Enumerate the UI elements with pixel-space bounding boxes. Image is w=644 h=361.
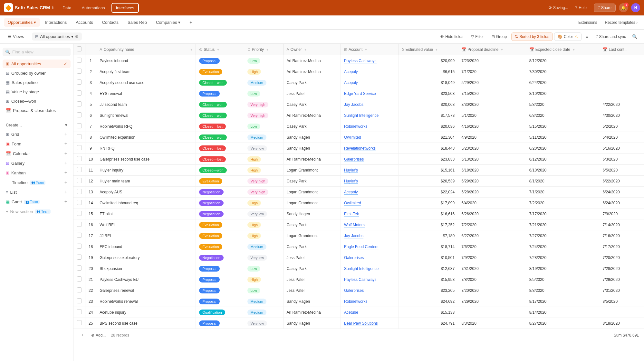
priority-cell[interactable]: Medium [244,77,283,88]
priority-cell[interactable]: Low [244,55,283,66]
status-cell[interactable]: Qualification [196,307,244,318]
account-link[interactable]: Elek-Tek [344,212,359,217]
row-checkbox-cell[interactable] [73,307,85,318]
opportunity-name-cell[interactable]: Payless Cashways EU [96,274,196,285]
nav-interfaces[interactable]: Interfaces [111,3,139,13]
all-opportunities-button[interactable]: ⊞ All opportunities ▾ ⚙ [32,32,82,41]
status-cell[interactable]: Proposal [196,274,244,285]
status-cell[interactable]: Proposal [196,55,244,66]
opportunity-name-cell[interactable]: Robinetworks renewal [96,296,196,307]
views-button[interactable]: ☰ Views [5,32,26,41]
add-row-button[interactable]: + [79,332,86,339]
row-checkbox[interactable] [77,298,82,303]
status-cell[interactable]: Closed—lost [196,121,244,132]
row-checkbox-cell[interactable] [73,219,85,230]
opportunity-name-cell[interactable]: Wolf RFI [96,219,196,230]
extensions-button[interactable]: Extensions [576,19,600,26]
opportunity-name-cell[interactable]: Payless inbound [96,55,196,66]
priority-cell[interactable]: High [244,274,283,285]
col-last-contact[interactable]: 📅 Last cont... [599,44,644,55]
account-cell[interactable]: Huyler's [341,176,399,187]
create-gantt[interactable]: ▦ Gantt 👥 Team + [3,197,71,207]
opportunity-name-cell[interactable]: EYS renewal [96,88,196,99]
priority-cell[interactable]: Very low [244,208,283,219]
nav-contacts[interactable]: Contacts [98,18,122,27]
account-cell[interactable]: Sunlight Intelligence [341,263,399,274]
color-button[interactable]: 🎨 Color ⚠ [554,32,582,41]
status-cell[interactable]: Negotiation [196,208,244,219]
row-checkbox-cell[interactable] [73,66,85,77]
account-cell[interactable]: Edge Yard Service [341,88,399,99]
account-cell[interactable]: Galerprises [341,154,399,165]
nav-add-tab[interactable]: + [186,18,196,27]
account-cell[interactable]: Robinetworks [341,121,399,132]
filter-button[interactable]: ▽ Filter [468,33,487,41]
account-cell[interactable]: Revelationetworks [341,143,399,154]
col-owner[interactable]: A Owner ▾ [283,44,341,55]
sidebar-item-value-by-stage[interactable]: ▤ Value by stage [3,88,71,96]
row-checkbox-cell[interactable] [73,285,85,296]
view-search[interactable]: 🔍 Find a view [3,48,71,56]
create-header[interactable]: Create... ▾ [3,121,71,129]
row-checkbox-cell[interactable] [73,143,85,154]
col-expected-close-date[interactable]: 📅 Expected close date ▾ [526,44,599,55]
status-cell[interactable]: Closed—won [196,132,244,143]
status-cell[interactable]: Evaluation [196,219,244,230]
sort-button[interactable]: ⇅ Sorted by 3 fields [511,32,553,41]
account-cell[interactable]: Elek-Tek [341,208,399,219]
nav-opportunities[interactable]: Opportunities ▾ [4,18,40,27]
row-checkbox[interactable] [77,189,82,194]
priority-cell[interactable]: Low [244,121,283,132]
status-cell[interactable]: Evaluation [196,241,244,252]
row-checkbox[interactable] [77,134,82,139]
sidebar-item-grouped-by-owner[interactable]: ⊟ Grouped by owner [3,69,71,78]
priority-cell[interactable]: Very high [244,187,283,198]
account-link[interactable]: Acepoly [344,190,358,195]
priority-cell[interactable]: Very high [244,176,283,187]
account-link[interactable]: Robinetworks [344,124,368,129]
row-checkbox-cell[interactable] [73,176,85,187]
status-cell[interactable]: Evaluation [196,176,244,187]
row-checkbox[interactable] [77,69,82,74]
col-status[interactable]: ⊙ Status ▾ [196,44,244,55]
opportunity-name-cell[interactable]: Owlimited expansion [96,132,196,143]
row-checkbox-cell[interactable] [73,55,85,66]
sidebar-item-sales-pipeline[interactable]: ▦ Sales pipeline [3,78,71,87]
row-checkbox-cell[interactable] [73,154,85,165]
account-cell[interactable]: Robinetworks [341,296,399,307]
priority-cell[interactable]: Medium [244,241,283,252]
status-cell[interactable]: Negotiation [196,252,244,263]
status-cell[interactable]: Closed—won [196,110,244,121]
opportunity-name-cell[interactable]: Acetube inquiry [96,307,196,318]
status-cell[interactable]: Proposal [196,88,244,99]
row-checkbox[interactable] [77,112,82,117]
row-checkbox[interactable] [77,145,82,150]
account-link[interactable]: Acepoly [344,69,358,74]
status-cell[interactable]: Proposal [196,263,244,274]
account-link[interactable]: Acepoly [344,80,358,85]
row-checkbox-cell[interactable] [73,77,85,88]
app-logo[interactable]: 🔶 Softr Sales CRM ℹ [4,3,53,12]
row-checkbox-cell[interactable] [73,99,85,110]
row-checkbox[interactable] [77,320,82,325]
new-section-button[interactable]: + New section 👥 Team [3,207,71,216]
row-checkbox[interactable] [77,123,82,128]
sidebar-item-closed-won[interactable]: ⊞ Closed—won [3,97,71,106]
search-button[interactable]: 🔍 [630,32,639,41]
create-gallery[interactable]: ⊟ Gallery + [3,158,71,168]
nav-sales-rep[interactable]: Sales Rep [124,18,151,27]
create-calendar[interactable]: 📅 Calendar + [3,149,71,158]
priority-cell[interactable]: High [244,219,283,230]
priority-cell[interactable]: Very high [244,110,283,121]
opportunity-name-cell[interactable]: Galerprises second use case [96,154,196,165]
row-checkbox-cell[interactable] [73,252,85,263]
status-cell[interactable]: Evaluation [196,66,244,77]
priority-cell[interactable]: High [244,165,283,176]
account-link[interactable]: Bear Paw Solutions [344,321,378,326]
account-cell[interactable]: Payless Cashways [341,274,399,285]
row-checkbox[interactable] [77,90,82,96]
status-cell[interactable]: Proposal [196,318,244,329]
opportunity-name-cell[interactable]: JJ second team [96,99,196,110]
account-link[interactable]: Eagle Food Centers [344,245,379,249]
account-cell[interactable]: Owlimited [341,132,399,143]
